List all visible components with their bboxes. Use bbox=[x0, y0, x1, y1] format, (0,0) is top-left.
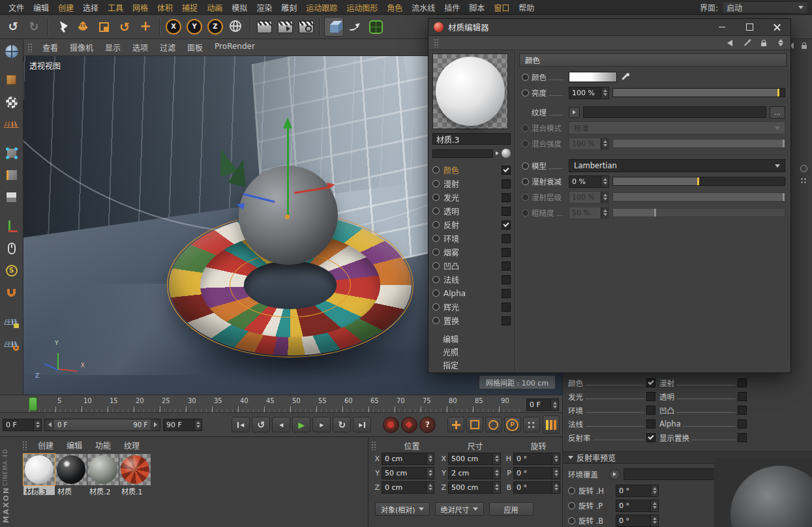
editor-channel-row[interactable]: Alpha bbox=[432, 286, 511, 300]
minimize-button[interactable] bbox=[708, 19, 736, 35]
timeline-mode-button[interactable] bbox=[543, 415, 560, 434]
menu-item[interactable]: 脚本 bbox=[464, 2, 489, 13]
sort-updown-icon[interactable] bbox=[776, 38, 785, 48]
channel-checkbox[interactable] bbox=[646, 392, 655, 401]
material-preview[interactable] bbox=[432, 53, 508, 129]
channel-checkbox[interactable] bbox=[646, 406, 655, 415]
rotation-spinner[interactable]: 0 ° bbox=[616, 500, 659, 512]
size-value-spinner[interactable]: 2 cm bbox=[448, 467, 501, 479]
position-value-spinner[interactable]: 50 cm bbox=[382, 467, 434, 479]
menu-item[interactable]: 选择 bbox=[78, 2, 103, 13]
timeline-ruler[interactable]: 051015202530354045505560657075808590 0 F bbox=[0, 395, 562, 413]
lock-icon[interactable] bbox=[759, 38, 768, 48]
record-options-button[interactable]: ? bbox=[419, 417, 436, 433]
material-menu-item[interactable]: 纹理 bbox=[117, 440, 146, 451]
channel-checkbox[interactable] bbox=[738, 406, 747, 415]
channel-toggle[interactable]: 透明 bbox=[659, 391, 747, 402]
viewport-menu-item[interactable]: 摄像机 bbox=[64, 42, 99, 53]
autokey-button[interactable] bbox=[401, 417, 417, 433]
rotate-tool[interactable]: ↺ bbox=[115, 17, 134, 37]
channel-checkbox[interactable] bbox=[738, 419, 747, 429]
timeline-playhead[interactable] bbox=[29, 397, 37, 411]
add-subdivision-surface-button[interactable] bbox=[366, 17, 385, 37]
size-mode-dropdown[interactable]: 绝对尺寸 bbox=[435, 502, 484, 516]
render-view-button[interactable] bbox=[254, 17, 274, 37]
ruler-frame-spinner[interactable]: 0 F bbox=[526, 399, 559, 411]
next-frame-button[interactable]: ▸ bbox=[312, 417, 331, 432]
menu-item[interactable]: 编辑 bbox=[29, 2, 53, 13]
grid-dots-icon[interactable] bbox=[800, 177, 807, 185]
viewport-menu-item[interactable]: 选项 bbox=[127, 42, 154, 53]
channel-toggle[interactable]: 显示置换 bbox=[659, 432, 747, 443]
channel-enable-checkbox[interactable] bbox=[502, 303, 511, 312]
record-keyframe-button[interactable] bbox=[383, 417, 399, 433]
editor-channel-row[interactable]: 漫射 bbox=[432, 177, 511, 190]
channel-enable-checkbox[interactable] bbox=[502, 179, 511, 188]
position-value-spinner[interactable]: 0 cm bbox=[382, 481, 434, 494]
viewport-menu-item[interactable]: 查看 bbox=[37, 42, 64, 53]
interface-layout-select[interactable]: 启动 bbox=[722, 1, 808, 14]
material-menu-item[interactable]: 功能 bbox=[89, 440, 117, 451]
view-label[interactable]: 透视视图 bbox=[29, 60, 61, 71]
apply-button[interactable]: 应用 bbox=[489, 502, 534, 516]
gizmo-center-handle[interactable] bbox=[285, 215, 290, 219]
channel-enable-checkbox[interactable] bbox=[502, 220, 511, 230]
editor-page-item[interactable]: 光照 bbox=[432, 345, 511, 358]
range-right-arrow-icon[interactable] bbox=[151, 419, 160, 430]
env-expand-button[interactable] bbox=[609, 469, 620, 480]
play-button[interactable]: ▶ bbox=[292, 417, 310, 432]
points-mode-button[interactable] bbox=[1, 143, 22, 163]
last-used-tool[interactable]: + bbox=[136, 17, 155, 37]
channel-checkbox[interactable] bbox=[646, 378, 655, 387]
target-icon[interactable] bbox=[800, 164, 807, 172]
undo-button[interactable]: ↺ bbox=[3, 17, 23, 37]
keyframe-dot-icon[interactable] bbox=[522, 74, 529, 81]
menu-item[interactable]: 窗口 bbox=[489, 2, 514, 13]
channel-enable-checkbox[interactable] bbox=[502, 289, 511, 298]
channel-toggle[interactable]: 凹凸 bbox=[659, 404, 747, 415]
keyframe-dot-icon[interactable] bbox=[522, 178, 529, 185]
menu-item[interactable]: 渲染 bbox=[252, 2, 277, 13]
goto-end-button[interactable]: ▸ bbox=[353, 417, 371, 432]
workplane-mode-button[interactable] bbox=[1, 114, 22, 134]
magnet-tool-button[interactable] bbox=[1, 282, 22, 303]
key-position-toggle[interactable] bbox=[447, 417, 464, 432]
z-axis-lock-button[interactable]: Z bbox=[205, 17, 225, 37]
channel-enable-checkbox[interactable] bbox=[502, 166, 511, 175]
keyframe-dot-icon[interactable] bbox=[522, 89, 529, 97]
move-tool[interactable]: ↔ bbox=[73, 17, 93, 37]
lock-icon[interactable] bbox=[800, 42, 808, 50]
current-frame-spinner[interactable]: 0 F bbox=[3, 419, 42, 431]
make-editable-button[interactable] bbox=[1, 41, 22, 61]
rotation-spinner[interactable]: 0 ° bbox=[616, 515, 659, 527]
y-axis-handle[interactable] bbox=[287, 128, 289, 219]
enable-axis-button[interactable] bbox=[1, 216, 22, 236]
channel-enable-checkbox[interactable] bbox=[502, 316, 511, 325]
key-rotation-toggle[interactable] bbox=[485, 417, 502, 432]
channel-enable-checkbox[interactable] bbox=[502, 193, 511, 202]
position-value-spinner[interactable]: 0 cm bbox=[382, 453, 434, 465]
brightness-slider[interactable] bbox=[612, 88, 785, 97]
channel-toggle[interactable]: Alpha bbox=[659, 418, 747, 429]
channel-checkbox[interactable] bbox=[646, 419, 655, 429]
channel-toggle[interactable]: 反射率 bbox=[568, 432, 655, 443]
history-back-icon[interactable] bbox=[725, 38, 734, 48]
x-axis-arrow-icon[interactable] bbox=[327, 181, 335, 189]
texture-mode-button[interactable] bbox=[1, 92, 22, 112]
panel-grip[interactable] bbox=[434, 38, 439, 48]
panel-grip[interactable] bbox=[27, 43, 33, 52]
panel-grip[interactable] bbox=[371, 441, 376, 450]
key-pla-toggle[interactable] bbox=[523, 417, 540, 432]
material-name-input[interactable]: 材质.3 bbox=[432, 133, 511, 145]
render-picture-viewer-button[interactable] bbox=[275, 17, 295, 37]
keyframe-dot-icon[interactable] bbox=[522, 162, 529, 170]
key-scale-toggle[interactable] bbox=[466, 417, 483, 432]
rotation-value-spinner[interactable]: 0 ° bbox=[513, 453, 560, 465]
channel-enable-checkbox[interactable] bbox=[502, 234, 511, 243]
scale-tool[interactable] bbox=[94, 17, 113, 37]
preview-size-slider[interactable] bbox=[432, 149, 493, 158]
object-mode-dropdown[interactable]: 对象(相对) bbox=[375, 502, 430, 516]
panel-grip[interactable] bbox=[22, 441, 27, 450]
play-reverse-button[interactable]: ↺ bbox=[252, 417, 270, 432]
texture-browse-button[interactable]: ... bbox=[770, 106, 785, 119]
